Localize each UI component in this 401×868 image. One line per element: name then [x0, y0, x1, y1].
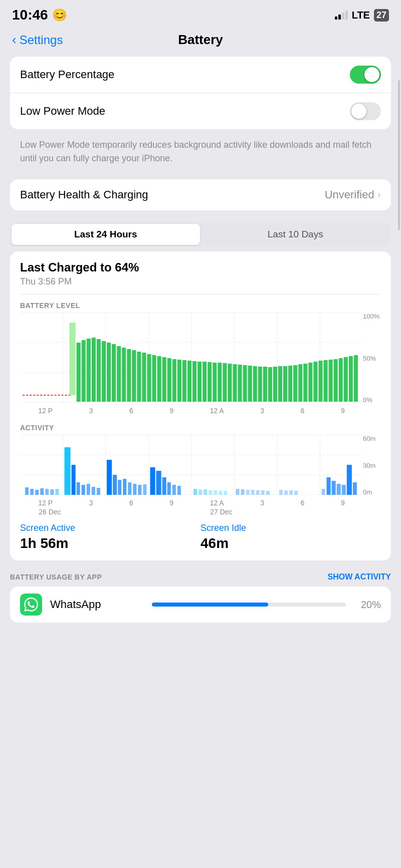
act-x-9p: 9: [341, 499, 345, 507]
segment-24h[interactable]: Last 24 Hours: [12, 224, 200, 245]
low-power-label: Low Power Mode: [20, 105, 105, 118]
act-x-6a: 6: [129, 499, 133, 507]
svg-rect-100: [138, 485, 141, 495]
svg-rect-120: [261, 490, 265, 495]
battery-level-label: BATTERY LEVEL: [20, 302, 381, 310]
low-power-description: Low Power Mode temporarily reduces backg…: [10, 134, 391, 174]
segment-10d[interactable]: Last 10 Days: [202, 224, 390, 245]
svg-rect-14: [82, 340, 86, 402]
x-label-12p: 12 P: [38, 407, 53, 415]
battery-percentage-row: Battery Percentage: [10, 57, 391, 93]
svg-rect-109: [198, 490, 202, 495]
svg-rect-119: [256, 490, 260, 495]
charge-title: Last Charged to 64%: [20, 260, 381, 274]
svg-rect-66: [344, 357, 348, 402]
act-x-9a: 9: [169, 499, 173, 507]
lte-label: LTE: [352, 10, 370, 21]
act-x-3p: 3: [260, 499, 264, 507]
svg-rect-105: [167, 482, 171, 495]
activity-y-0: 0m: [363, 488, 381, 496]
battery-percentage-toggle[interactable]: [350, 66, 381, 84]
svg-rect-93: [97, 488, 100, 495]
svg-rect-125: [294, 491, 298, 495]
svg-rect-68: [354, 355, 358, 402]
svg-rect-60: [313, 362, 317, 402]
x-label-3p: 3: [260, 407, 264, 415]
svg-rect-92: [92, 487, 95, 495]
svg-rect-40: [213, 363, 217, 402]
svg-rect-32: [172, 359, 176, 402]
activity-label: ACTIVITY: [20, 424, 381, 432]
battery-x-labels: 12 P 3 6 9 12 A 3 6 9: [20, 407, 381, 415]
svg-rect-129: [337, 484, 341, 495]
svg-rect-37: [197, 362, 202, 402]
whatsapp-usage-bar: [152, 603, 268, 607]
battery-indicator: 27: [374, 9, 389, 22]
svg-rect-102: [150, 467, 155, 495]
svg-rect-22: [122, 348, 126, 402]
activity-chart-svg: [20, 435, 363, 495]
svg-rect-116: [241, 489, 245, 495]
svg-rect-16: [92, 338, 96, 402]
svg-rect-19: [107, 343, 111, 402]
settings-card: Battery Percentage Low Power Mode: [10, 57, 391, 129]
show-activity-button[interactable]: SHOW ACTIVITY: [327, 572, 391, 582]
svg-rect-64: [334, 359, 338, 402]
svg-rect-106: [172, 485, 176, 495]
health-row[interactable]: Battery Health & Charging Unverified ›: [10, 179, 391, 210]
toggle-knob: [364, 67, 379, 82]
act-x-6p: 6: [301, 499, 305, 507]
svg-rect-67: [349, 356, 353, 402]
scrollbar[interactable]: [398, 80, 400, 230]
signal-bar-1: [335, 17, 337, 20]
svg-rect-132: [353, 482, 357, 495]
svg-rect-30: [162, 357, 166, 402]
svg-rect-51: [268, 367, 272, 402]
back-button[interactable]: ‹ Settings: [12, 32, 63, 48]
x-label-6p: 6: [301, 407, 305, 415]
svg-rect-62: [324, 360, 328, 402]
segment-control: Last 24 Hours Last 10 Days: [10, 222, 391, 246]
nav-header: ‹ Settings Battery: [0, 27, 401, 57]
svg-rect-29: [157, 356, 161, 402]
svg-rect-99: [133, 484, 136, 495]
status-bar: 10:46 😊 LTE 27: [0, 0, 401, 27]
svg-rect-86: [55, 489, 59, 495]
svg-rect-31: [167, 358, 171, 402]
svg-rect-82: [35, 490, 39, 495]
svg-rect-36: [192, 361, 196, 402]
svg-rect-34: [182, 360, 186, 402]
svg-rect-98: [128, 482, 131, 495]
svg-rect-131: [347, 465, 352, 495]
svg-rect-28: [152, 355, 156, 402]
svg-rect-38: [203, 362, 207, 402]
screen-stats: Screen Active 1h 56m Screen Idle 46m: [20, 516, 381, 555]
svg-rect-53: [278, 366, 282, 402]
svg-rect-89: [77, 482, 80, 495]
svg-rect-24: [132, 350, 136, 402]
svg-rect-84: [45, 489, 49, 495]
screen-active-label: Screen Active: [20, 523, 200, 533]
svg-rect-18: [102, 341, 106, 402]
y-label-50: 50%: [363, 355, 381, 362]
svg-rect-130: [342, 485, 346, 495]
activity-y-60: 60m: [363, 435, 381, 442]
svg-rect-59: [308, 363, 312, 402]
page-title: Battery: [178, 32, 223, 48]
battery-chart-wrapper: 100% 50% 0% 12 P 3 6 9 12 A 3 6 9: [20, 313, 381, 415]
svg-rect-124: [289, 490, 293, 495]
act-x-12p: 12 P: [38, 499, 53, 507]
svg-rect-45: [238, 365, 242, 402]
svg-rect-61: [318, 361, 322, 402]
x-label-9a: 9: [169, 407, 173, 415]
svg-rect-81: [30, 489, 34, 495]
svg-rect-114: [224, 491, 227, 495]
svg-rect-48: [253, 366, 257, 402]
screen-active-value: 1h 56m: [20, 535, 200, 551]
x-label-9p: 9: [341, 407, 345, 415]
svg-rect-33: [177, 360, 181, 402]
low-power-toggle[interactable]: [350, 102, 381, 120]
y-label-0: 0%: [363, 396, 381, 404]
svg-rect-47: [248, 366, 252, 402]
charge-info: Last Charged to 64% Thu 3:56 PM: [20, 260, 381, 287]
